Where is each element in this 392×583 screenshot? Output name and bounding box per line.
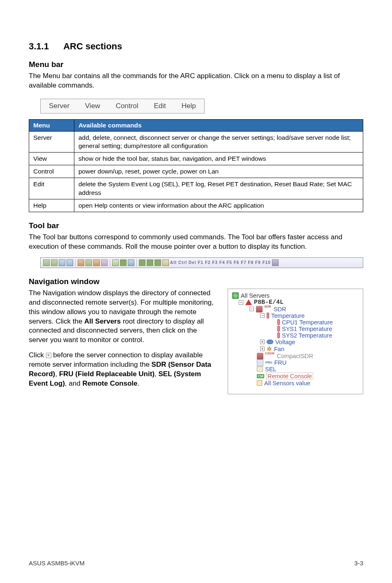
toolbar-icon[interactable] — [128, 259, 134, 266]
thermometer-icon — [277, 326, 280, 332]
toolbar-icon[interactable] — [112, 259, 119, 266]
tree-sel[interactable]: SEL — [249, 366, 359, 372]
tree-fan-node[interactable]: + ✲ Fan — [260, 345, 359, 353]
toolbar-icon[interactable] — [51, 259, 58, 266]
tree-remote-console[interactable]: CM Remote Console — [249, 372, 359, 380]
tree-cpu1-temp[interactable]: CPU1 Temperature — [277, 319, 359, 326]
cell-commands: power down/up, reset, power cycle, power… — [74, 165, 363, 178]
toolbar-separator — [136, 259, 137, 266]
sdr-icon — [256, 306, 263, 312]
table-row: Help open Help contents or view informat… — [29, 199, 363, 212]
server-icon — [245, 299, 252, 305]
cell-menu: Edit — [29, 178, 74, 199]
toolbar-icon[interactable] — [59, 259, 65, 266]
collapse-icon[interactable]: − — [260, 313, 265, 318]
tree-all-sensors[interactable]: All Sensors value — [249, 380, 359, 386]
plus-icon: + — [46, 353, 51, 358]
collapse-icon[interactable]: − — [239, 300, 243, 305]
sel-icon — [257, 366, 263, 372]
tree-label: CompactSDR — [277, 353, 314, 359]
tree-label: FRU — [274, 359, 286, 366]
tree-sys2-temp[interactable]: SYS2 Temperature — [277, 332, 359, 339]
tree-label: All Servers — [241, 292, 270, 299]
table-header-menu: Menu — [29, 119, 74, 131]
battery-icon — [267, 340, 273, 344]
tree-sdr-node[interactable]: − SDR SDR — [249, 306, 359, 312]
navigation-para1: The Navigation window displays the direc… — [29, 289, 215, 345]
tree-root[interactable]: All Servers — [232, 292, 359, 299]
toolbar-separator — [110, 259, 110, 266]
sdr-icon-label: SDR — [264, 305, 271, 308]
toolbar-paragraph: The Tool bar buttons correspond to commo… — [29, 233, 363, 252]
tree-label: Temperature — [271, 312, 304, 319]
toolbar-icon[interactable] — [162, 259, 169, 266]
tree-label: Fan — [274, 346, 284, 352]
toolbar-icon[interactable] — [43, 259, 50, 266]
remote-console-icon: CM — [257, 374, 264, 378]
toolbar-keys-text: Alt Ctrl Del F1 F2 F3 F4 F5 F6 F7 F8 F9 … — [170, 260, 271, 265]
tree-label-selected: Remote Console — [266, 372, 313, 380]
tree-fru[interactable]: FRU FRU — [249, 359, 359, 366]
thermometer-icon — [277, 332, 280, 338]
toolbar-icon[interactable] — [120, 259, 127, 266]
menu-control[interactable]: Control — [116, 102, 138, 110]
tree-voltage-node[interactable]: + Voltage — [260, 339, 359, 345]
toolbar-icon[interactable] — [139, 259, 145, 266]
thermometer-icon — [277, 319, 280, 325]
menu-server[interactable]: Server — [49, 102, 69, 110]
tree-label: Voltage — [275, 339, 295, 345]
tree-label: CPU1 Temperature — [282, 319, 333, 326]
toolbar-icon[interactable] — [78, 259, 84, 266]
toolbar-icon[interactable] — [147, 259, 153, 266]
collapse-icon[interactable]: − — [249, 307, 254, 311]
fru-icon-label: FRU — [265, 361, 272, 364]
table-row: Edit delete the System Event Log (SEL), … — [29, 178, 363, 199]
toolbar-icon[interactable] — [272, 259, 279, 266]
toolbar-icon[interactable] — [67, 259, 73, 266]
fru-icon — [257, 359, 263, 366]
cell-menu: View — [29, 153, 74, 165]
menubar-paragraph: The Menu bar contains all the commands f… — [29, 72, 363, 90]
text: Click — [29, 351, 46, 359]
tree-sys1-temp[interactable]: SYS1 Temperature — [277, 326, 359, 332]
text: , — [154, 370, 158, 378]
toolbar-icon[interactable] — [85, 259, 92, 266]
cell-menu: Control — [29, 165, 74, 178]
expand-icon[interactable]: + — [260, 347, 265, 351]
menu-edit[interactable]: Edit — [154, 102, 166, 110]
cell-commands: show or hide the tool bar, status bar, n… — [74, 153, 363, 165]
menu-help[interactable]: Help — [182, 102, 196, 110]
menubar-heading: Menu bar — [29, 60, 363, 69]
tree-temperature-node[interactable]: − Temperature — [260, 312, 359, 319]
tree-label: All Sensors value — [264, 380, 310, 386]
tree-label: SYS2 Temperature — [282, 332, 332, 339]
toolbar-icon[interactable] — [93, 259, 100, 266]
commands-table: Menu Available commands Server add, dele… — [29, 119, 363, 212]
navigation-para2: Click + before the server connection to … — [29, 351, 215, 389]
tree-label: SYS1 Temperature — [282, 326, 332, 332]
table-row: Server add, delete, connect, disconnect … — [29, 131, 363, 152]
bold-text: Remote Console — [82, 379, 137, 387]
toolbar-screenshot: Alt Ctrl Del F1 F2 F3 F4 F5 F6 F7 F8 F9 … — [40, 257, 363, 268]
bold-text: FRU (Field Replaceable Unit) — [59, 370, 154, 378]
tree-compactsdr[interactable]: CSDR CompactSDR — [249, 353, 359, 359]
toolbar-icon[interactable] — [154, 259, 161, 266]
toolbar-icon[interactable] — [101, 259, 108, 266]
cell-menu: Help — [29, 199, 74, 212]
toolbar-separator — [75, 259, 76, 266]
tree-server-node[interactable]: − P8B-E/4L — [239, 299, 359, 306]
table-row: View show or hide the tool bar, status b… — [29, 153, 363, 165]
navigation-heading: Navigation window — [29, 277, 363, 286]
footer-right: 3-3 — [354, 560, 363, 567]
bold-text: All Servers — [84, 317, 121, 325]
cell-commands: add, delete, connect, disconnect server … — [74, 131, 363, 152]
section-title: ARC sections — [63, 41, 122, 51]
menu-view[interactable]: View — [85, 102, 100, 110]
section-number: 3.1.1 — [29, 41, 49, 52]
text: . — [138, 379, 140, 387]
servers-icon — [232, 292, 239, 299]
toolbar-heading: Tool bar — [29, 221, 363, 230]
section-heading: 3.1.1 ARC sections — [29, 41, 363, 52]
navigation-tree-screenshot: All Servers − P8B-E/4L − SDR SDR − Tempe… — [228, 289, 363, 394]
expand-icon[interactable]: + — [260, 340, 265, 344]
